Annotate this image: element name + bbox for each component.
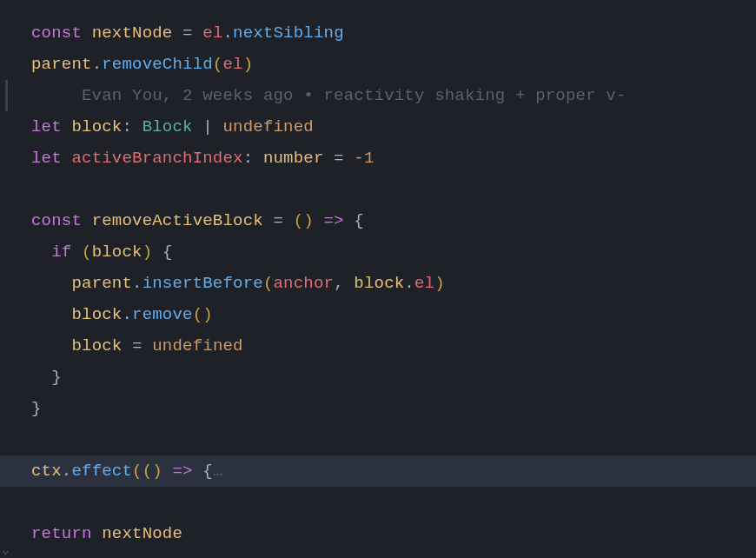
punctuation: . bbox=[62, 462, 72, 481]
paren: ( bbox=[132, 462, 143, 481]
code-line[interactable]: return nextNode bbox=[0, 518, 756, 549]
identifier: block bbox=[92, 242, 143, 262]
identifier: nextNode bbox=[102, 524, 182, 543]
operator: = bbox=[132, 336, 143, 355]
fold-indicator-icon[interactable]: ⌄ bbox=[2, 544, 10, 556]
paren: ( bbox=[143, 462, 153, 481]
keyword: const bbox=[31, 211, 82, 230]
identifier: removeActiveBlock bbox=[92, 211, 263, 230]
paren: ( bbox=[213, 55, 223, 74]
punctuation: . bbox=[132, 274, 143, 293]
paren: ) bbox=[243, 55, 254, 74]
identifier: block bbox=[354, 274, 404, 293]
code-editor[interactable]: const nextNode = el.nextSibling parent.r… bbox=[0, 0, 756, 558]
brace: } bbox=[31, 399, 42, 418]
identifier: activeBranchIndex bbox=[71, 149, 242, 168]
code-line[interactable]: } bbox=[0, 393, 756, 424]
undefined: undefined bbox=[223, 117, 314, 136]
paren: ( bbox=[193, 305, 203, 324]
paren: ) bbox=[434, 274, 445, 293]
identifier: ctx bbox=[31, 462, 62, 481]
arrow: => bbox=[324, 211, 344, 230]
code-line[interactable]: parent.removeChild(el) bbox=[0, 49, 756, 80]
keyword: return bbox=[31, 524, 92, 543]
code-line[interactable]: let block: Block | undefined bbox=[0, 111, 756, 143]
blank-line[interactable] bbox=[0, 487, 756, 518]
code-line[interactable]: block = undefined bbox=[0, 330, 756, 362]
type: Block bbox=[143, 117, 193, 136]
identifier: anchor bbox=[274, 274, 335, 293]
code-line[interactable]: if (block) { bbox=[0, 236, 756, 268]
brace: } bbox=[51, 368, 62, 387]
blame-message: reactivity shaking + proper v- bbox=[324, 86, 627, 105]
blame-time: 2 weeks ago bbox=[182, 86, 294, 105]
brace: { bbox=[202, 462, 213, 481]
paren: ) bbox=[202, 305, 213, 324]
identifier: el bbox=[202, 23, 222, 43]
blame-author: Evan You bbox=[82, 86, 162, 105]
type: number bbox=[263, 149, 324, 168]
blank-line[interactable] bbox=[0, 174, 756, 205]
paren: ) bbox=[152, 462, 162, 481]
keyword: if bbox=[51, 242, 71, 262]
identifier: nextNode bbox=[92, 23, 173, 43]
method: insertBefore bbox=[143, 274, 263, 293]
code-line[interactable]: parent.insertBefore(anchor, block.el) bbox=[0, 268, 756, 299]
operator: | bbox=[202, 117, 213, 136]
punctuation: . bbox=[223, 23, 234, 43]
paren: ( bbox=[82, 242, 92, 262]
method: effect bbox=[71, 462, 132, 481]
brace: { bbox=[354, 211, 364, 230]
keyword: const bbox=[31, 23, 82, 43]
blame-separator: • bbox=[303, 86, 314, 105]
arrow: => bbox=[172, 462, 192, 481]
method: removeChild bbox=[102, 55, 213, 74]
keyword: let bbox=[31, 117, 62, 136]
code-line-highlighted[interactable]: ctx.effect(() => {… bbox=[0, 455, 756, 487]
property: el bbox=[414, 274, 434, 293]
property: nextSibling bbox=[233, 23, 344, 43]
undefined: undefined bbox=[152, 336, 242, 355]
code-line[interactable]: block.remove() bbox=[0, 299, 756, 330]
operator: = bbox=[334, 149, 344, 168]
identifier: el bbox=[222, 55, 242, 74]
blank-line[interactable] bbox=[0, 424, 756, 455]
paren: ( bbox=[294, 211, 304, 230]
punctuation: . bbox=[122, 305, 132, 324]
fold-ellipsis-icon[interactable]: … bbox=[213, 462, 223, 481]
punctuation: : bbox=[122, 117, 132, 136]
number: -1 bbox=[354, 149, 374, 168]
punctuation: , bbox=[334, 274, 344, 293]
punctuation: . bbox=[92, 55, 103, 74]
operator: = bbox=[182, 23, 193, 43]
git-blame-annotation[interactable]: Evan You, 2 weeks ago • reactivity shaki… bbox=[0, 80, 756, 111]
keyword: let bbox=[31, 149, 62, 168]
brace: { bbox=[162, 242, 173, 262]
identifier: parent bbox=[71, 274, 132, 293]
code-line[interactable]: const nextNode = el.nextSibling bbox=[0, 17, 756, 49]
method: remove bbox=[132, 305, 193, 324]
code-line[interactable]: } bbox=[0, 362, 756, 393]
punctuation: . bbox=[404, 274, 414, 293]
identifier: block bbox=[71, 305, 122, 324]
paren: ) bbox=[143, 242, 153, 262]
code-line[interactable]: let activeBranchIndex: number = -1 bbox=[0, 143, 756, 174]
punctuation: : bbox=[243, 149, 254, 168]
code-line[interactable]: const removeActiveBlock = () => { bbox=[0, 205, 756, 236]
operator: = bbox=[273, 211, 283, 230]
identifier: block bbox=[71, 117, 122, 136]
paren: ( bbox=[263, 274, 274, 293]
identifier: block bbox=[71, 336, 122, 355]
identifier: parent bbox=[31, 55, 92, 74]
paren: ) bbox=[303, 211, 314, 230]
